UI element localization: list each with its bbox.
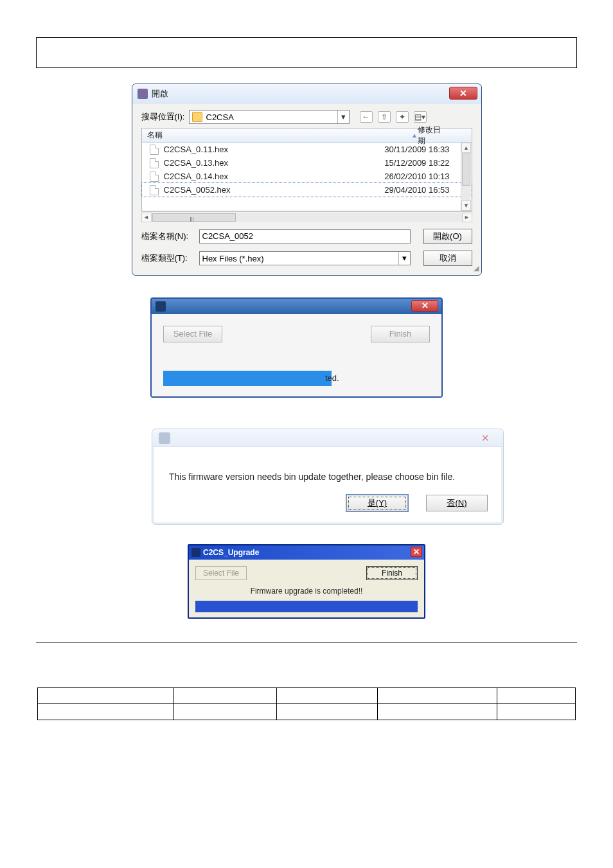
open-dialog-titlebar[interactable]: 開啟 ✕ <box>132 84 481 103</box>
app-icon <box>159 432 170 444</box>
yes-button[interactable]: 是(Y) <box>346 495 408 511</box>
name-column-header[interactable]: 名稱 <box>147 130 360 141</box>
scroll-right-button[interactable]: ► <box>462 213 472 222</box>
dialog-message: This firmware version needs bin update t… <box>152 447 503 495</box>
select-file-button[interactable]: Select File <box>163 326 222 342</box>
no-button[interactable]: 否(N) <box>426 495 488 511</box>
file-icon <box>150 172 159 182</box>
filename-input[interactable]: C2CSA_0052 <box>199 229 411 244</box>
view-menu-button[interactable]: ▤▾ <box>414 111 427 123</box>
upgrade-complete-dialog: C2CS_Upgrade ✕ Select File Finish Firmwa… <box>188 544 425 619</box>
close-button[interactable]: ✕ <box>411 300 438 312</box>
open-button[interactable]: 開啟(O) <box>423 229 472 244</box>
file-icon <box>150 145 159 155</box>
finish-button[interactable]: Finish <box>371 326 430 342</box>
up-button[interactable]: ⇧ <box>378 111 391 123</box>
dialog-titlebar[interactable]: C2CS_Upgrade ✕ <box>189 545 424 560</box>
file-row[interactable]: C2CSA_0.13.hex 15/12/2009 18:22 <box>142 156 472 170</box>
back-button[interactable]: ← <box>360 111 373 123</box>
dialog-titlebar[interactable]: ✕ <box>152 299 441 314</box>
table-cell <box>378 704 497 720</box>
file-list-header[interactable]: 名稱 ▲ 修改日期 <box>142 128 472 143</box>
file-row[interactable]: C2CSA_0.14.hex 26/02/2010 10:13 <box>142 170 472 183</box>
table-cell <box>276 688 378 704</box>
file-date: 26/02/2010 10:13 <box>384 172 471 181</box>
progress-area: ted. <box>163 371 430 387</box>
cancel-button[interactable]: 取消 <box>423 251 472 266</box>
look-in-label: 搜尋位置(I): <box>141 111 189 123</box>
table-cell <box>378 688 497 704</box>
open-dialog-title: 開啟 <box>152 88 168 100</box>
chevron-down-icon[interactable]: ▾ <box>337 111 349 123</box>
close-button[interactable]: ✕ <box>411 547 422 557</box>
app-icon <box>155 301 166 312</box>
close-button[interactable]: ✕ <box>449 87 477 100</box>
finish-button[interactable]: Finish <box>366 566 418 580</box>
file-date: 30/11/2009 16:33 <box>384 145 471 154</box>
scroll-thumb[interactable]: lll <box>152 213 236 222</box>
table-cell <box>276 704 378 720</box>
file-row[interactable]: C2CSA_0.11.hex 30/11/2009 16:33 <box>142 143 472 156</box>
progress-bar <box>195 601 418 612</box>
filetype-label: 檔案類型(T): <box>141 252 199 264</box>
scroll-down-button[interactable]: ▼ <box>461 200 471 211</box>
look-in-value: C2CSA <box>206 112 234 122</box>
file-name: C2CSA_0.13.hex <box>164 158 381 168</box>
dialog-titlebar[interactable]: ✕ <box>152 429 503 447</box>
table-cell <box>38 704 174 720</box>
file-row-selected[interactable]: C2CSA_0052.hex 29/04/2010 16:53 <box>142 183 472 197</box>
sort-indicator-icon: ▲ <box>411 132 418 139</box>
scroll-up-button[interactable]: ▲ <box>461 143 471 153</box>
file-date: 15/12/2009 18:22 <box>384 158 471 168</box>
file-name: C2CSA_0.11.hex <box>164 145 381 154</box>
table-cell <box>497 704 576 720</box>
chevron-down-icon[interactable]: ▾ <box>398 252 410 265</box>
file-date: 29/04/2010 16:53 <box>384 185 471 195</box>
file-name: C2CSA_0052.hex <box>164 185 381 195</box>
file-list[interactable]: 名稱 ▲ 修改日期 C2CSA_0.11.hex 30/11/2009 16:3… <box>141 128 472 211</box>
confirm-bin-dialog: ✕ This firmware version needs bin update… <box>152 429 504 525</box>
dialog-title: C2CS_Upgrade <box>203 548 259 557</box>
table-cell <box>497 688 576 704</box>
progress-bar <box>163 371 332 386</box>
upgrade-progress-dialog: ✕ Select File Finish ted. <box>150 297 443 398</box>
filetype-combo[interactable]: Hex Files (*.hex) ▾ <box>199 251 411 265</box>
table-cell <box>38 688 174 704</box>
file-icon <box>150 185 159 195</box>
progress-text: ted. <box>325 373 339 383</box>
file-icon <box>150 158 159 168</box>
file-name: C2CSA_0.14.hex <box>164 172 381 181</box>
close-button[interactable]: ✕ <box>472 432 498 444</box>
select-file-button[interactable]: Select File <box>195 566 247 580</box>
open-file-dialog: 開啟 ✕ 搜尋位置(I): C2CSA ▾ ← ⇧ ✦ ▤▾ <box>132 84 482 276</box>
table-cell <box>173 688 276 704</box>
status-message: Firmware upgrade is completed!! <box>195 587 418 596</box>
vertical-scrollbar[interactable]: ▲ ▼ <box>461 143 472 211</box>
folder-icon <box>192 112 202 122</box>
filetype-value: Hex Files (*.hex) <box>202 254 264 263</box>
app-icon <box>191 548 200 557</box>
filename-label: 檔案名稱(N): <box>141 231 199 242</box>
scroll-left-button[interactable]: ◄ <box>141 213 152 222</box>
look-in-combo[interactable]: C2CSA ▾ <box>189 110 350 124</box>
scroll-thumb[interactable] <box>462 154 470 186</box>
app-icon <box>138 89 148 99</box>
divider <box>36 642 577 642</box>
horizontal-scrollbar[interactable]: ◄ lll ► <box>141 211 472 222</box>
table-cell <box>173 704 276 720</box>
resize-grip-icon[interactable]: ◢ <box>474 264 479 272</box>
new-folder-button[interactable]: ✦ <box>396 111 409 123</box>
footer-table <box>37 687 576 720</box>
empty-header-box <box>36 37 577 68</box>
